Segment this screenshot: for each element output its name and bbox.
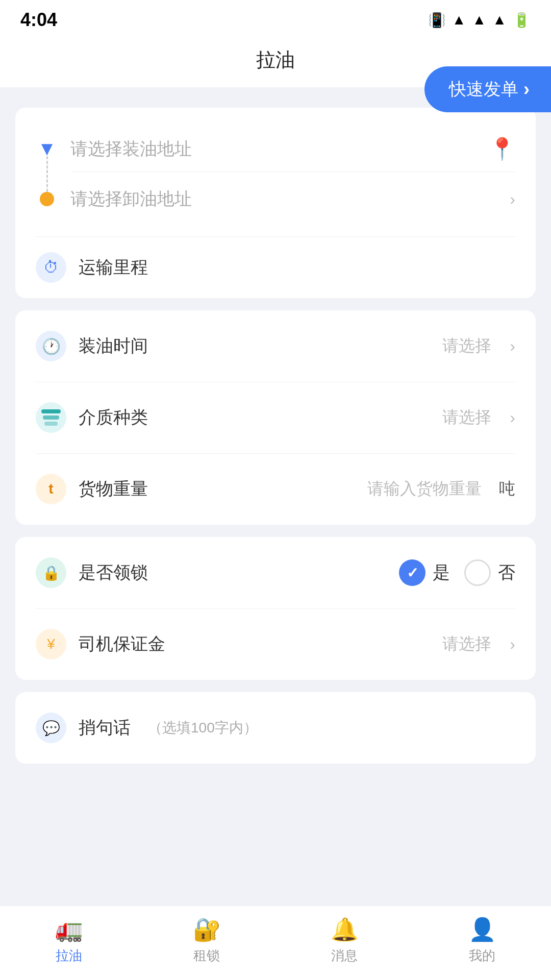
mileage-label: 运输里程 xyxy=(79,256,148,279)
signal-icon: ▲ xyxy=(472,12,487,28)
deposit-value: 请选择 xyxy=(442,633,491,655)
lock-no-radio[interactable] xyxy=(464,559,491,586)
unload-address-placeholder: 请选择卸油地址 xyxy=(70,187,491,211)
nav-label-xiaoxi: 消息 xyxy=(331,947,358,965)
load-time-label: 装油时间 xyxy=(79,334,430,358)
load-time-icon: 🕐 xyxy=(36,331,66,361)
nav-icon-laoyou: 🚛 xyxy=(55,916,83,943)
deposit-chevron: › xyxy=(510,635,515,654)
main-content: ▼ 请选择装油地址 📍 请选择卸油地址 › ⏱ 运输里程 xyxy=(0,97,551,855)
nav-icon-xiaoxi: 🔔 xyxy=(331,916,359,943)
medium-type-label: 介质种类 xyxy=(79,406,430,429)
lock-no-option[interactable]: 否 xyxy=(464,559,515,586)
medium-type-row[interactable]: 介质种类 请选择 › xyxy=(15,382,536,453)
message-icon: 💬 xyxy=(36,713,66,743)
lock-yes-option[interactable]: 是 xyxy=(399,559,450,586)
deposit-label: 司机保证金 xyxy=(79,632,430,656)
deposit-row[interactable]: ¥ 司机保证金 请选择 › xyxy=(15,608,536,680)
nav-label-wode: 我的 xyxy=(469,947,495,965)
address-section: ▼ 请选择装油地址 📍 请选择卸油地址 › xyxy=(15,108,536,236)
quick-send-label: 快速发单 xyxy=(449,78,518,101)
nav-item-xiaoxi[interactable]: 🔔 消息 xyxy=(276,916,413,965)
message-row[interactable]: 💬 捎句话 （选填100字内） xyxy=(15,692,536,764)
cargo-weight-placeholder: 请输入货物重量 xyxy=(367,478,482,500)
message-hint: （选填100字内） xyxy=(148,718,258,738)
wifi-icon: ▲ xyxy=(452,12,466,28)
nav-item-zuosuo[interactable]: 🔐 租锁 xyxy=(138,916,276,965)
status-icons: 📳 ▲ ▲ ▲ 🔋 xyxy=(428,12,531,29)
address-card: ▼ 请选择装油地址 📍 请选择卸油地址 › ⏱ 运输里程 xyxy=(15,108,536,298)
nav-item-laoyou[interactable]: 🚛 拉油 xyxy=(0,916,138,965)
medium-type-chevron: › xyxy=(510,408,515,427)
message-label: 捎句话 xyxy=(79,716,131,740)
location-icon: 📍 xyxy=(489,136,515,161)
battery-icon: 🔋 xyxy=(513,12,531,29)
nav-item-wode[interactable]: 👤 我的 xyxy=(413,916,551,965)
is-lock-radio-group: 是 否 xyxy=(399,559,515,586)
medium-type-value: 请选择 xyxy=(442,406,491,429)
nav-icon-zuosuo: 🔐 xyxy=(193,916,221,943)
unload-address-dot xyxy=(36,192,58,206)
status-bar: 4:04 📳 ▲ ▲ ▲ 🔋 xyxy=(0,0,551,37)
deposit-icon: ¥ xyxy=(36,629,66,659)
load-time-row[interactable]: 🕐 装油时间 请选择 › xyxy=(15,310,536,382)
is-lock-label: 是否领锁 xyxy=(79,561,387,584)
nav-label-laoyou: 拉油 xyxy=(56,947,82,965)
load-time-chevron: › xyxy=(510,337,515,356)
lock-icon: 🔒 xyxy=(36,557,66,588)
medium-type-icon xyxy=(36,402,66,433)
address-divider xyxy=(71,172,515,172)
mileage-row: ⏱ 运输里程 xyxy=(15,237,536,298)
bottom-nav: 🚛 拉油 🔐 租锁 🔔 消息 👤 我的 xyxy=(0,905,551,980)
layers-icon xyxy=(41,409,61,426)
cargo-weight-label: 货物重量 xyxy=(79,477,355,501)
load-address-row[interactable]: ▼ 请选择装油地址 📍 xyxy=(36,126,515,172)
unload-address-row[interactable]: 请选择卸油地址 › xyxy=(36,177,515,221)
nav-label-zuosuo: 租锁 xyxy=(193,947,220,965)
is-lock-row: 🔒 是否领锁 是 否 xyxy=(15,537,536,608)
lock-yes-radio[interactable] xyxy=(399,559,425,586)
page-title: 拉油 xyxy=(256,49,295,70)
cargo-weight-icon: t xyxy=(36,474,66,504)
unload-address-chevron: › xyxy=(510,190,515,209)
mileage-icon: ⏱ xyxy=(36,252,66,283)
signal2-icon: ▲ xyxy=(492,12,507,28)
lock-card: 🔒 是否领锁 是 否 ¥ 司机保证金 请选择 xyxy=(15,537,536,680)
cargo-weight-row[interactable]: t 货物重量 请输入货物重量 吨 xyxy=(15,453,536,525)
quick-send-button[interactable]: 快速发单 › xyxy=(424,66,551,112)
load-address-placeholder: 请选择装油地址 xyxy=(70,137,477,161)
nav-icon-wode: 👤 xyxy=(468,916,496,943)
cargo-weight-unit: 吨 xyxy=(499,478,515,500)
quick-send-chevron: › xyxy=(523,79,530,100)
lock-yes-label: 是 xyxy=(433,561,450,584)
lock-no-label: 否 xyxy=(498,561,515,584)
load-time-value: 请选择 xyxy=(442,335,491,357)
message-card: 💬 捎句话 （选填100字内） xyxy=(15,692,536,764)
vibrate-icon: 📳 xyxy=(428,12,446,29)
status-time: 4:04 xyxy=(20,9,57,31)
detail-card: 🕐 装油时间 请选择 › 介质种类 请选择 › t 货物重量 xyxy=(15,310,536,525)
load-address-icon: ▼ xyxy=(36,138,58,160)
